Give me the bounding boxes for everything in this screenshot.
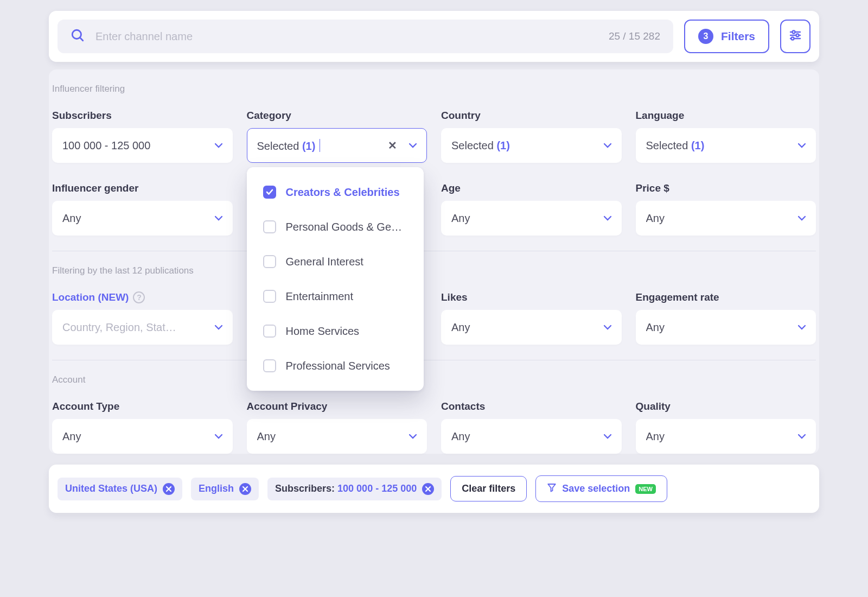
account-type-select[interactable]: Any [52,419,233,454]
country-value: Selected (1) [451,139,604,152]
new-badge: NEW [635,484,656,494]
chip-remove-icon[interactable] [163,483,175,495]
category-option[interactable]: Entertainment [247,279,424,314]
chevron-down-icon[interactable] [409,143,417,148]
chip-subs-value: 100 000 - 125 000 [337,483,417,494]
subscribers-value: 100 000 - 125 000 [62,139,215,152]
chip-language-text: English [199,483,234,494]
divider [52,251,816,251]
category-option-label: Creators & Celebrities [286,186,400,199]
subscribers-select[interactable]: 100 000 - 125 000 [52,128,233,163]
likes-label: Likes [441,291,622,303]
clear-category-icon[interactable]: ✕ [388,139,397,152]
search-header: 25 / 15 282 3 Filters [49,11,819,62]
age-value: Any [451,212,604,225]
category-select[interactable]: Selected (1) ✕ [247,128,427,163]
category-option-label: Professional Services [286,360,390,372]
age-label: Age [441,182,622,194]
checkbox-icon [263,186,276,199]
chip-subs-prefix: Subscribers: [275,483,337,494]
save-selection-button[interactable]: Save selection NEW [535,475,667,502]
search-input[interactable] [94,30,599,43]
section-influencer-title: Influencer filtering [52,84,816,94]
age-select[interactable]: Any [441,201,622,236]
svg-line-1 [80,37,82,40]
svg-point-7 [792,37,794,40]
chip-subscribers[interactable]: Subscribers: 100 000 - 125 000 [267,478,442,500]
account-type-label: Account Type [52,401,233,412]
chevron-down-icon [604,143,611,148]
category-option[interactable]: General Interest [247,244,424,279]
chevron-down-icon [409,434,417,439]
account-type-value: Any [62,430,215,443]
chip-remove-icon[interactable] [239,483,251,495]
category-option[interactable]: Creators & Celebrities [247,175,424,209]
settings-button[interactable] [780,20,810,53]
chevron-down-icon [798,434,806,439]
gender-value: Any [62,212,215,225]
category-option-label: Home Services [286,325,360,338]
filters-label: Filters [721,30,755,43]
checkbox-icon [263,220,276,233]
chevron-down-icon [604,215,611,221]
category-dropdown[interactable]: Creators & CelebritiesPersonal Goods & G… [247,167,424,391]
price-select[interactable]: Any [636,201,816,236]
subscribers-label: Subscribers [52,110,233,122]
chip-language[interactable]: English [191,478,259,500]
gender-label: Influencer gender [52,182,233,194]
chevron-down-icon [604,434,611,439]
checkbox-icon [263,325,276,338]
likes-value: Any [451,321,604,334]
chevron-down-icon [215,434,222,439]
engagement-value: Any [646,321,799,334]
filters-button[interactable]: 3 Filters [684,20,769,53]
location-select[interactable]: Country, Region, State, City [52,310,233,345]
section-publications-title: Filtering by the last 12 publications [52,265,816,276]
contacts-value: Any [451,430,604,443]
category-option[interactable]: Professional Services [247,348,424,383]
likes-select[interactable]: Any [441,310,622,345]
clear-filters-button[interactable]: Clear filters [450,476,527,501]
active-filters-bar: United States (USA) English Subscribers:… [49,465,819,513]
engagement-label: Engagement rate [636,291,816,303]
contacts-label: Contacts [441,401,622,412]
chevron-down-icon [604,325,611,330]
filter-panel: Influencer filtering Subscribers 100 000… [49,69,819,454]
language-value: Selected (1) [646,139,799,152]
funnel-icon [547,482,557,495]
contacts-select[interactable]: Any [441,419,622,454]
chip-remove-icon[interactable] [422,483,434,495]
search-field-wrap[interactable]: 25 / 15 282 [58,20,673,53]
price-value: Any [646,212,799,225]
checkbox-icon [263,255,276,268]
help-icon[interactable]: ? [133,291,145,303]
section-account-title: Account [52,374,816,385]
quality-label: Quality [636,401,816,412]
category-option[interactable]: Home Services [247,314,424,348]
svg-marker-8 [548,484,556,492]
quality-select[interactable]: Any [636,419,816,454]
gender-select[interactable]: Any [52,201,233,236]
engagement-select[interactable]: Any [636,310,816,345]
category-value: Selected (1) [257,139,388,153]
account-privacy-select[interactable]: Any [247,419,427,454]
chevron-down-icon [798,215,806,221]
chevron-down-icon [215,325,222,330]
language-select[interactable]: Selected (1) [636,128,816,163]
result-count: 25 / 15 282 [609,30,660,42]
chevron-down-icon [215,143,222,148]
divider [52,360,816,360]
search-icon [71,28,85,45]
checkbox-icon [263,359,276,372]
category-label: Category [247,110,427,122]
filters-count-badge: 3 [698,29,713,44]
price-label: Price $ [636,182,816,194]
country-select[interactable]: Selected (1) [441,128,622,163]
category-option-label: Entertainment [286,290,354,303]
svg-point-5 [796,34,799,36]
sliders-icon [789,29,802,45]
chip-country[interactable]: United States (USA) [58,478,182,500]
chevron-down-icon [798,143,806,148]
category-option[interactable]: Personal Goods & General Merchandise [247,209,424,244]
checkbox-icon [263,290,276,303]
